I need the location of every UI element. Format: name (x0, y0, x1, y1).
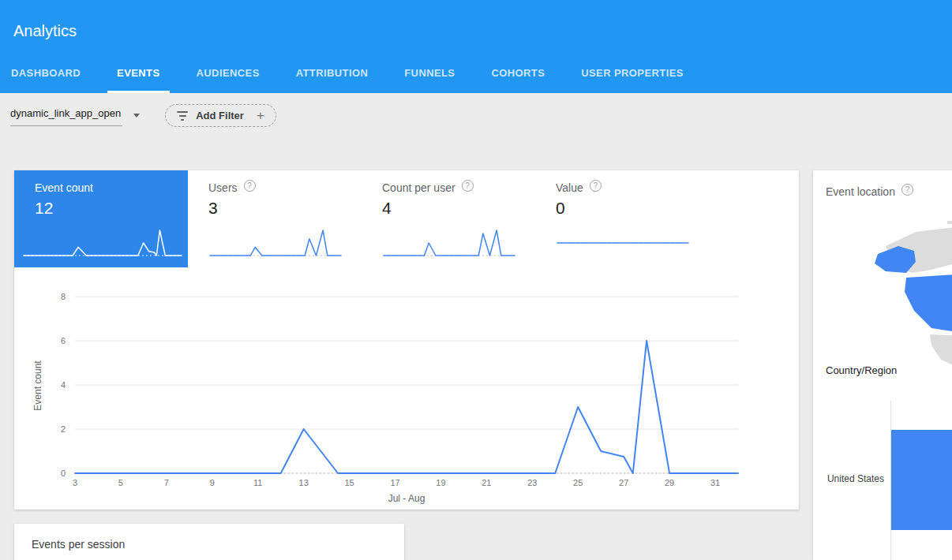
svg-text:19: 19 (436, 478, 445, 487)
event-count-sparkline (22, 226, 183, 260)
tab-dashboard[interactable]: DASHBOARD (2, 67, 90, 93)
card-title: Events per session (14, 524, 404, 551)
metric-value: 3 (208, 199, 362, 218)
metric-value: 12 (35, 199, 188, 218)
add-filter-label: Add Filter (196, 110, 244, 121)
analytics-page: Analytics DASHBOARD EVENTS AUDIENCES ATT… (0, 0, 952, 560)
country-region-header: Country/Region (826, 364, 897, 376)
filter-bar: dynamic_link_app_open Add Filter + (10, 104, 276, 127)
mexico-shape (930, 334, 952, 366)
add-filter-button[interactable]: Add Filter + (165, 104, 276, 127)
tab-funnels[interactable]: FUNNELS (395, 67, 464, 93)
chevron-down-icon (133, 114, 140, 118)
tab-user-properties[interactable]: USER PROPERTIES (572, 67, 693, 93)
svg-text:23: 23 (527, 478, 537, 487)
metric-tabs: Event count 12 Users ? 3 Count per user … (14, 170, 709, 267)
count-per-user-sparkline (382, 226, 516, 260)
united-states-bar (891, 430, 952, 530)
metric-head: Event count (35, 181, 188, 194)
event-count-line-chart: 0246835791113151719212325272931 (14, 284, 788, 491)
filter-icon (177, 111, 188, 121)
svg-text:31: 31 (710, 478, 720, 487)
metric-value: 0 (556, 199, 709, 218)
metric-head: Value ? (556, 181, 709, 194)
tab-cohorts[interactable]: COHORTS (482, 67, 554, 93)
north-america-map (837, 216, 952, 374)
metric-tab-users[interactable]: Users ? 3 (188, 170, 362, 267)
svg-text:15: 15 (344, 478, 354, 487)
svg-text:21: 21 (482, 478, 491, 487)
metric-label: Value (556, 181, 583, 194)
metric-head: Users ? (208, 181, 362, 194)
united-states-shape (905, 273, 952, 333)
users-sparkline (208, 226, 343, 260)
tab-attribution[interactable]: ATTRIBUTION (287, 67, 378, 93)
svg-text:11: 11 (253, 478, 262, 487)
svg-text:25: 25 (573, 478, 583, 487)
svg-text:13: 13 (299, 478, 309, 487)
events-per-session-card: Events per session (14, 524, 404, 560)
event-dropdown-value: dynamic_link_app_open (10, 104, 122, 126)
help-icon[interactable]: ? (462, 180, 474, 192)
metric-tab-event-count[interactable]: Event count 12 (14, 170, 188, 267)
metric-label: Event count (35, 181, 93, 194)
tab-audiences[interactable]: AUDIENCES (187, 67, 269, 93)
page-title: Analytics (13, 22, 77, 40)
metric-label: Count per user (382, 181, 455, 194)
metric-head: Count per user ? (382, 181, 535, 194)
tab-events[interactable]: EVENTS (107, 67, 169, 93)
metric-tab-value[interactable]: Value ? 0 (535, 170, 709, 267)
help-icon[interactable]: ? (590, 180, 602, 192)
alaska-shape (875, 246, 916, 273)
svg-text:8: 8 (61, 292, 66, 301)
metric-tab-count-per-user[interactable]: Count per user ? 4 (362, 170, 535, 267)
svg-text:7: 7 (164, 478, 169, 487)
value-sparkline (556, 226, 690, 260)
svg-text:3: 3 (73, 478, 77, 487)
help-icon[interactable]: ? (244, 180, 256, 192)
svg-text:27: 27 (619, 478, 628, 487)
event-location-card: Event location ? Country/Regio (813, 170, 952, 560)
app-header: Analytics DASHBOARD EVENTS AUDIENCES ATT… (0, 0, 952, 93)
card-title: Event location (826, 185, 895, 198)
plus-icon: + (257, 108, 264, 124)
events-chart-card: Event count 12 Users ? 3 Count per user … (14, 170, 799, 510)
svg-text:5: 5 (118, 478, 123, 487)
svg-text:9: 9 (210, 478, 215, 487)
svg-text:29: 29 (665, 478, 674, 487)
country-row-label: United States (816, 473, 884, 484)
svg-text:6: 6 (61, 336, 66, 345)
metric-value: 4 (382, 199, 535, 218)
header-tabs: DASHBOARD EVENTS AUDIENCES ATTRIBUTION F… (2, 67, 710, 93)
svg-text:17: 17 (390, 478, 399, 487)
help-icon[interactable]: ? (901, 184, 913, 196)
svg-text:0: 0 (61, 469, 66, 478)
svg-text:2: 2 (61, 424, 66, 434)
metric-label: Users (208, 181, 238, 194)
x-axis-label: Jul - Aug (75, 493, 738, 504)
card-title-row: Event location ? (826, 185, 913, 198)
svg-text:4: 4 (61, 380, 66, 390)
event-dropdown[interactable]: dynamic_link_app_open (10, 104, 140, 126)
